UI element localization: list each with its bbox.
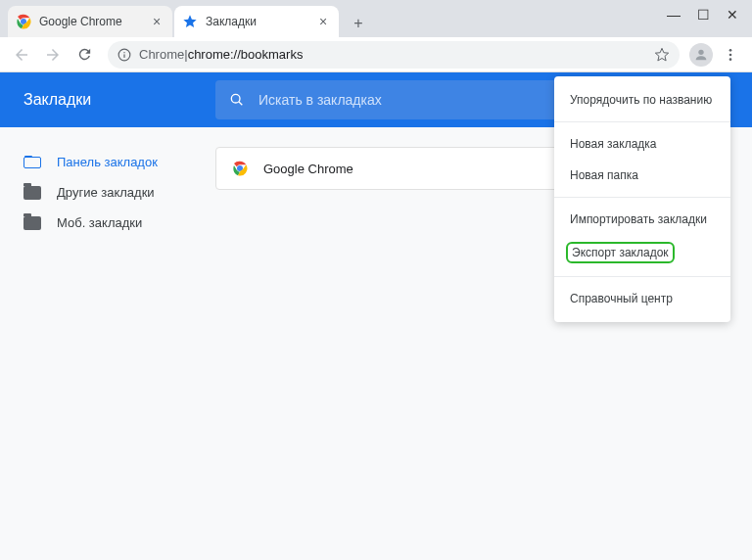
- sidebar-item-mobile-bookmarks[interactable]: Моб. закладки: [24, 208, 215, 238]
- forward-button[interactable]: [39, 41, 67, 69]
- menu-item-new-bookmark[interactable]: Новая закладка: [554, 128, 730, 160]
- menu-item-export-bookmarks[interactable]: Экспорт закладок: [554, 235, 730, 270]
- svg-point-6: [729, 49, 732, 52]
- menu-separator: [554, 276, 730, 277]
- bookmark-title: Google Chrome: [263, 162, 353, 176]
- folder-open-icon: [24, 157, 41, 168]
- sidebar-item-label: Моб. закладки: [57, 215, 142, 230]
- svg-point-5: [698, 49, 703, 54]
- site-info-icon[interactable]: [118, 48, 131, 62]
- browser-menu-button[interactable]: [717, 41, 744, 69]
- url-path: chrome://bookmarks: [188, 47, 304, 62]
- page-title: Закладки: [0, 91, 215, 109]
- chrome-favicon-icon: [16, 14, 31, 29]
- tab-close-icon[interactable]: ×: [315, 14, 331, 29]
- browser-tab-google-chrome[interactable]: Google Chrome ×: [8, 6, 172, 37]
- menu-item-new-folder[interactable]: Новая папка: [554, 160, 730, 191]
- tab-strip: Google Chrome × Закладки × +: [0, 0, 752, 37]
- svg-point-8: [729, 58, 732, 61]
- svg-point-7: [729, 53, 732, 56]
- tab-title: Закладки: [206, 15, 315, 28]
- sidebar-item-other-bookmarks[interactable]: Другие закладки: [24, 177, 215, 208]
- back-button[interactable]: [8, 41, 35, 69]
- search-icon: [229, 92, 245, 108]
- folder-icon: [24, 216, 41, 230]
- tab-title: Google Chrome: [39, 15, 149, 28]
- reload-button[interactable]: [70, 41, 98, 69]
- window-close-button[interactable]: ✕: [727, 9, 738, 21]
- star-favicon-icon: [182, 14, 198, 29]
- url-scheme: Chrome: [139, 47, 184, 62]
- window-controls: — ☐ ✕: [654, 0, 752, 29]
- bookmark-star-icon[interactable]: [654, 47, 670, 63]
- menu-item-sort-by-name[interactable]: Упорядочить по названию: [554, 84, 730, 116]
- menu-item-import-bookmarks[interactable]: Импортировать закладки: [554, 204, 730, 235]
- address-bar[interactable]: Chrome | chrome://bookmarks: [108, 41, 680, 69]
- svg-point-3: [123, 51, 124, 52]
- tab-close-icon[interactable]: ×: [149, 14, 164, 29]
- browser-toolbar: Chrome | chrome://bookmarks: [0, 37, 752, 72]
- browser-tab-bookmarks[interactable]: Закладки ×: [174, 6, 339, 37]
- highlighted-label: Экспорт закладок: [566, 242, 675, 263]
- svg-rect-4: [123, 54, 124, 58]
- sidebar-item-label: Панель закладок: [57, 155, 158, 169]
- svg-line-10: [239, 102, 242, 105]
- chrome-favicon-icon: [232, 161, 248, 176]
- search-placeholder: Искать в закладках: [258, 92, 382, 108]
- svg-point-9: [231, 94, 240, 103]
- new-tab-button[interactable]: +: [345, 10, 372, 37]
- profile-avatar[interactable]: [689, 43, 713, 67]
- menu-item-help-center[interactable]: Справочный центр: [554, 283, 730, 314]
- menu-separator: [554, 197, 730, 198]
- bookmarks-context-menu: Упорядочить по названию Новая закладка Н…: [554, 76, 730, 322]
- window-maximize-button[interactable]: ☐: [697, 9, 709, 21]
- sidebar-item-label: Другие закладки: [57, 185, 155, 200]
- folder-icon: [24, 186, 41, 200]
- sidebar-item-bookmarks-bar[interactable]: Панель закладок: [24, 147, 215, 177]
- window-minimize-button[interactable]: —: [668, 9, 680, 21]
- menu-separator: [554, 121, 730, 122]
- bookmarks-sidebar: Панель закладок Другие закладки Моб. зак…: [0, 147, 215, 238]
